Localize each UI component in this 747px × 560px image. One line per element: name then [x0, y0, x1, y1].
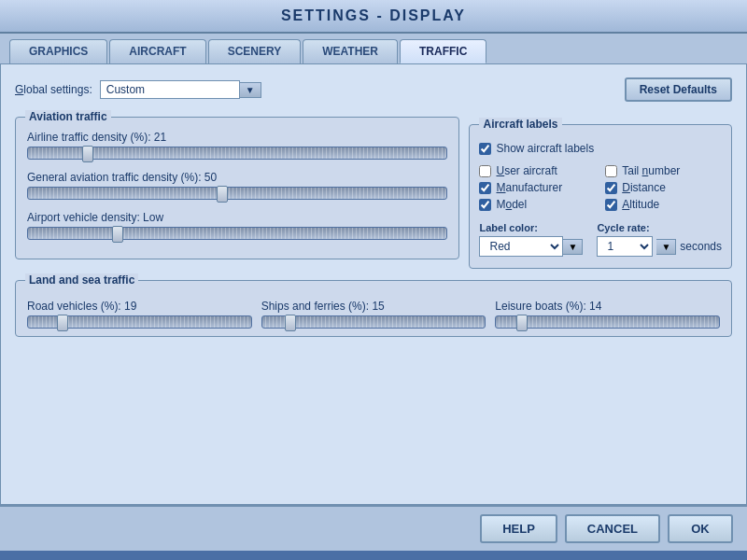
distance-checkbox[interactable]	[605, 182, 617, 194]
user-aircraft-row: User aircraft	[479, 164, 596, 177]
label-color-cycle-row: Label color: Red ▼ Cycle rate:	[479, 222, 722, 257]
cycle-rate-title: Cycle rate:	[597, 222, 722, 233]
distance-row: Distance	[605, 181, 722, 194]
airline-density-label: Airline traffic density (%): 21	[27, 131, 447, 144]
altitude-row: Altitude	[605, 198, 722, 211]
altitude-label: Altitude	[622, 198, 659, 211]
global-settings-select[interactable]: Custom	[100, 80, 240, 99]
global-settings-dropdown-container: Custom ▼	[100, 80, 261, 99]
land-sea-section: Land and sea traffic Road vehicles (%): …	[15, 280, 732, 337]
leisure-boats-thumb[interactable]	[516, 315, 528, 331]
slider-grooves3	[28, 228, 446, 239]
land-sea-items-row: Road vehicles (%): 19 Ships and ferries …	[27, 300, 720, 329]
user-aircraft-label: User aircraft	[496, 164, 557, 177]
show-aircraft-labels-checkbox[interactable]	[479, 143, 491, 155]
road-vehicles-thumb[interactable]	[57, 315, 68, 331]
labels-checkboxes-two-col: User aircraft Manufacturer	[479, 161, 722, 215]
leisure-boats-slider-track[interactable]	[495, 315, 720, 329]
manufacturer-row: Manufacturer	[479, 181, 596, 194]
cancel-button[interactable]: CANCEL	[565, 514, 660, 543]
aircraft-labels-title: Aircraft labels	[479, 118, 561, 131]
global-settings-label: Global settings:	[15, 83, 92, 96]
manufacturer-label: Manufacturer	[496, 181, 562, 194]
slider-grooves2	[28, 188, 446, 199]
road-vehicles-label: Road vehicles (%): 19	[27, 300, 252, 313]
cycle-rate-arrow[interactable]: ▼	[656, 239, 676, 255]
user-aircraft-checkbox[interactable]	[479, 165, 491, 177]
tabs-bar: GRAPHICS AIRCRAFT SCENERY WEATHER TRAFFI…	[0, 34, 747, 63]
ships-ferries-slider-track[interactable]	[261, 315, 486, 329]
airline-density-row: Airline traffic density (%): 21	[27, 131, 447, 160]
ships-ferries-item: Ships and ferries (%): 15	[261, 300, 486, 329]
tab-graphics[interactable]: GRAPHICS	[9, 39, 107, 63]
tab-scenery[interactable]: SCENERY	[208, 39, 302, 63]
model-row: Model	[479, 198, 596, 211]
cycle-rate-select[interactable]: 1	[597, 236, 653, 257]
aviation-traffic-title: Aviation traffic	[25, 110, 111, 123]
leisure-boats-item: Leisure boats (%): 14	[495, 300, 720, 329]
tail-number-label: Tail number	[622, 164, 680, 177]
leisure-boats-label: Leisure boats (%): 14	[495, 300, 720, 313]
airport-vehicle-label: Airport vehicle density: Low	[27, 211, 447, 224]
label-color-group: Label color: Red ▼	[479, 222, 583, 257]
airline-density-thumb[interactable]	[82, 146, 93, 162]
general-aviation-thumb[interactable]	[217, 186, 228, 203]
left-checkboxes: User aircraft Manufacturer	[479, 161, 596, 215]
cycle-rate-container: 1 ▼ seconds	[597, 236, 722, 257]
show-aircraft-labels-label: Show aircraft labels	[496, 142, 594, 155]
label-color-arrow[interactable]: ▼	[563, 239, 583, 255]
manufacturer-checkbox[interactable]	[479, 182, 491, 194]
airport-vehicle-thumb[interactable]	[112, 226, 123, 243]
tab-weather[interactable]: WEATHER	[303, 39, 398, 63]
road-vehicles-slider-track[interactable]	[27, 315, 252, 329]
label-color-dropdown-container: Red ▼	[479, 236, 583, 257]
general-aviation-slider-track[interactable]	[27, 187, 447, 200]
ok-button[interactable]: OK	[668, 514, 733, 543]
aircraft-labels-section: Aircraft labels Show aircraft labels Use…	[469, 124, 732, 269]
label-color-title: Label color:	[479, 222, 583, 233]
global-settings-arrow[interactable]: ▼	[240, 82, 261, 98]
cycle-rate-group: Cycle rate: 1 ▼ seconds	[597, 222, 722, 257]
airline-density-slider-track[interactable]	[27, 147, 447, 160]
general-aviation-row: General aviation traffic density (%): 50	[27, 171, 447, 200]
altitude-checkbox[interactable]	[605, 199, 617, 211]
ships-ferries-label: Ships and ferries (%): 15	[261, 300, 486, 313]
tail-number-row: Tail number	[605, 164, 722, 177]
model-checkbox[interactable]	[479, 199, 491, 211]
main-container: GRAPHICS AIRCRAFT SCENERY WEATHER TRAFFI…	[0, 34, 747, 551]
right-checkboxes: Tail number Distance Altit	[605, 161, 722, 215]
land-sea-title: Land and sea traffic	[25, 273, 138, 287]
aviation-and-labels-row: Aviation traffic Airline traffic density…	[15, 117, 732, 269]
global-settings-row: Global settings: Custom ▼ Reset Defaults	[15, 74, 732, 105]
general-aviation-label: General aviation traffic density (%): 50	[27, 171, 447, 184]
slider-grooves6	[496, 316, 719, 328]
tab-traffic[interactable]: TRAFFIC	[400, 39, 486, 63]
reset-defaults-button[interactable]: Reset Defaults	[625, 77, 732, 102]
ships-ferries-thumb[interactable]	[285, 315, 296, 331]
seconds-label: seconds	[680, 240, 722, 253]
airport-vehicle-slider-track[interactable]	[27, 227, 447, 240]
tail-number-checkbox[interactable]	[605, 165, 617, 177]
title-bar: SETTINGS - DISPLAY	[0, 0, 747, 34]
tab-aircraft[interactable]: AIRCRAFT	[109, 39, 205, 63]
road-vehicles-item: Road vehicles (%): 19	[27, 300, 252, 329]
airport-vehicle-row: Airport vehicle density: Low	[27, 211, 447, 240]
content-area: Global settings: Custom ▼ Reset Defaults…	[0, 63, 747, 505]
distance-label: Distance	[622, 181, 666, 194]
show-aircraft-labels-row: Show aircraft labels	[479, 142, 722, 155]
model-label: Model	[496, 198, 527, 211]
label-color-select[interactable]: Red	[479, 236, 563, 257]
aviation-traffic-section: Aviation traffic Airline traffic density…	[15, 117, 459, 259]
bottom-buttons: HELP CANCEL OK	[0, 505, 747, 551]
help-button[interactable]: HELP	[480, 514, 557, 543]
